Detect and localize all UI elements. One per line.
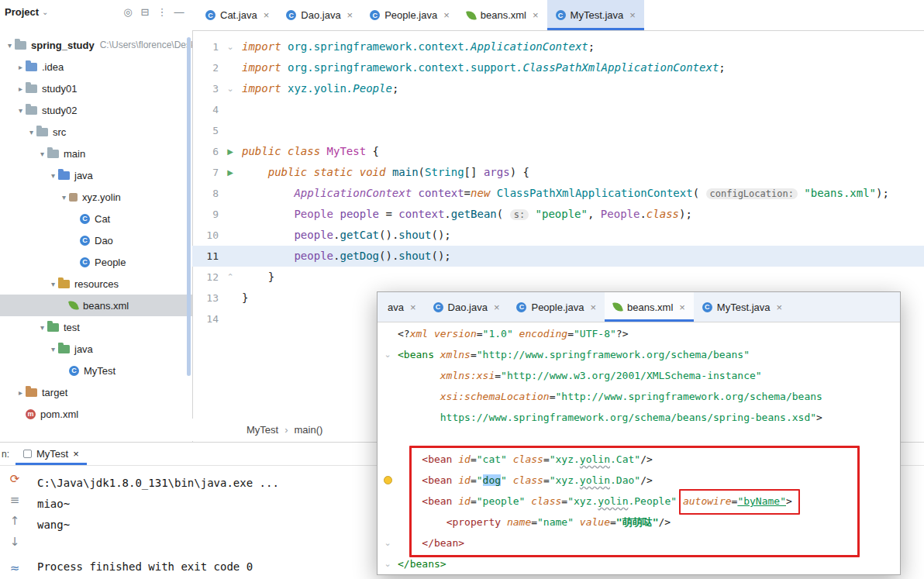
chevron-down-icon[interactable]: ▾	[37, 150, 47, 158]
close-tab-icon[interactable]: ×	[494, 302, 500, 313]
folder-icon	[36, 128, 48, 136]
close-tab-icon[interactable]: ×	[443, 9, 450, 21]
tab-mytest-java[interactable]: CMyTest.java×	[547, 0, 644, 30]
project-scrollbar[interactable]	[187, 37, 191, 376]
breadcrumb-item-main[interactable]: main()	[295, 424, 323, 436]
tree-item-test[interactable]: ▾test	[0, 316, 192, 338]
tree-item-label: resources	[74, 278, 119, 290]
tab-cat-java[interactable]: CCat.java×	[197, 0, 278, 30]
breadcrumb-item-mytest[interactable]: MyTest	[247, 424, 278, 436]
breadcrumb-separator: ›	[284, 424, 288, 436]
chevron-down-icon[interactable]: ▾	[5, 41, 15, 50]
tree-item-xyz-yolin[interactable]: ▾xyz.yolin	[0, 186, 192, 208]
tree-item-mytest[interactable]: CMyTest	[0, 360, 192, 381]
code-line: 5	[192, 120, 924, 141]
spring-leaf-icon	[466, 10, 477, 21]
tab-mytest-java[interactable]: CMyTest.java×	[694, 292, 791, 322]
chevron-down-icon[interactable]: ▾	[59, 193, 69, 202]
tree-item-java[interactable]: ▾java	[0, 338, 192, 360]
hide-panel-icon[interactable]: —	[171, 6, 188, 18]
close-tab-icon[interactable]: ×	[533, 9, 539, 21]
more-icon[interactable]: ⋮	[153, 6, 171, 18]
tree-item-idea[interactable]: ▸.idea	[0, 56, 192, 78]
chevron-right-icon[interactable]: ▸	[16, 388, 26, 397]
tree-item-resources[interactable]: ▾resources	[0, 273, 192, 295]
tree-item-pom-xml[interactable]: mpom.xml	[0, 403, 192, 425]
tab-beans-xml[interactable]: beans.xml×	[458, 0, 547, 30]
folder-test-icon	[47, 323, 59, 332]
tab-label: MyTest.java	[571, 9, 624, 21]
tree-item-cat[interactable]: CCat	[0, 208, 192, 229]
package-icon	[69, 193, 78, 202]
line-number: 2	[192, 57, 219, 78]
up-arrow-icon[interactable]: ↑	[8, 515, 22, 527]
chevron-down-icon[interactable]: ▾	[48, 280, 58, 288]
intention-bulb-icon[interactable]	[384, 476, 392, 484]
tree-item-dao[interactable]: CDao	[0, 229, 192, 251]
tree-item-label: study02	[42, 105, 78, 116]
run-tab-mytest[interactable]: MyTest ×	[16, 443, 87, 465]
chevron-right-icon[interactable]: ▸	[16, 63, 26, 71]
tree-item-main[interactable]: ▾main	[0, 143, 192, 164]
fold-icon[interactable]: ⌄	[384, 553, 391, 574]
code-line: 12⌃ }	[192, 267, 924, 288]
chevron-down-icon[interactable]: ▾	[16, 106, 26, 115]
tab-beans-xml[interactable]: beans.xml×	[605, 292, 694, 322]
chevron-right-icon[interactable]: ▸	[16, 84, 26, 93]
chevron-down-icon[interactable]: ▾	[37, 323, 47, 332]
close-tab-icon[interactable]: ×	[679, 302, 685, 313]
run-line-icon[interactable]: ▶	[227, 162, 233, 183]
code-line: https://www.springframework.org/schema/b…	[378, 407, 900, 428]
tree-item-label: MyTest	[84, 365, 116, 377]
tab-dao-java[interactable]: CDao.java×	[278, 0, 361, 30]
fold-icon[interactable]: ⌄	[384, 344, 391, 365]
tree-item-label: Cat	[95, 213, 110, 225]
editor-tab-bar: CCat.java×CDao.java×CPeople.java×beans.x…	[192, 0, 924, 31]
tree-item-study01[interactable]: ▸study01	[0, 78, 192, 99]
close-tab-icon[interactable]: ×	[590, 302, 596, 313]
code-text: <beans xmlns="http://www.springframework…	[398, 344, 900, 365]
tree-item-java[interactable]: ▾java	[0, 164, 192, 186]
fold-icon[interactable]: ⌃	[226, 267, 233, 288]
line-number: 1	[192, 36, 219, 57]
collapse-all-icon[interactable]: ⊟	[136, 6, 153, 18]
rerun-icon[interactable]: ⟳	[8, 473, 22, 485]
chevron-down-icon[interactable]: ⌄	[42, 8, 48, 16]
close-tab-icon[interactable]: ×	[777, 302, 783, 313]
folder-excluded-icon	[26, 388, 37, 397]
tree-item-src[interactable]: ▾src	[0, 121, 192, 143]
close-tab-icon[interactable]: ×	[410, 302, 416, 313]
fold-icon[interactable]: ⌄	[226, 78, 233, 99]
close-tab-icon[interactable]: ×	[73, 448, 79, 460]
tree-item-label: pom.xml	[40, 408, 78, 420]
locate-icon[interactable]: ◎	[119, 6, 136, 18]
close-tab-icon[interactable]: ×	[347, 9, 353, 21]
run-line-icon[interactable]: ▶	[227, 141, 233, 162]
tree-item-target[interactable]: ▸target	[0, 381, 192, 403]
chevron-down-icon[interactable]: ▾	[48, 345, 58, 353]
console-history-icon[interactable]: ≡	[8, 494, 22, 506]
tree-item-spring-study[interactable]: ▾spring_studyC:\Users\florence\Desk	[0, 34, 192, 56]
fold-icon[interactable]: ⌄	[226, 36, 233, 57]
tab-people-java[interactable]: CPeople.java×	[361, 0, 458, 30]
tree-item-label: target	[42, 387, 67, 398]
down-arrow-icon[interactable]: ↓	[8, 536, 22, 548]
close-tab-icon[interactable]: ×	[629, 9, 636, 21]
fold-icon[interactable]: ⌄	[384, 532, 391, 553]
tab-ava[interactable]: ava×	[379, 292, 425, 322]
tree-item-people[interactable]: CPeople	[0, 251, 192, 273]
tree-item-beans-xml[interactable]: beans.xml	[0, 295, 192, 316]
close-tab-icon[interactable]: ×	[264, 9, 270, 21]
folder-icon	[26, 106, 37, 115]
code-line: 3⌄import xyz.yolin.People;	[192, 78, 924, 99]
line-number: 9	[192, 204, 219, 225]
soft-wrap-icon[interactable]: ≈	[8, 562, 22, 574]
chevron-down-icon[interactable]: ▾	[48, 171, 58, 180]
tab-dao-java[interactable]: CDao.java×	[425, 292, 509, 322]
tab-people-java[interactable]: CPeople.java×	[508, 292, 605, 322]
code-line: 7▶ public static void main(String[] args…	[192, 162, 924, 183]
chevron-down-icon[interactable]: ▾	[26, 128, 36, 136]
folder-test-icon	[58, 345, 70, 353]
project-panel-header: Project ⌄ ◎⊟⋮—	[0, 0, 192, 23]
tree-item-study02[interactable]: ▾study02	[0, 99, 192, 121]
